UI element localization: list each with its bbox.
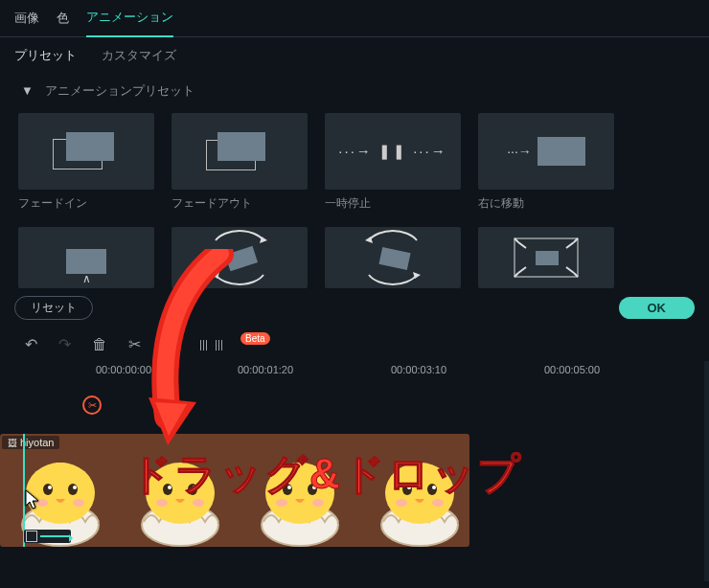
- svg-point-9: [73, 486, 77, 489]
- presets-row: ∧: [0, 227, 709, 288]
- preset-item[interactable]: [478, 227, 614, 288]
- preset-item[interactable]: [325, 227, 461, 288]
- tab-color[interactable]: 色: [57, 0, 69, 36]
- svg-rect-0: [225, 246, 258, 271]
- subtab-preset[interactable]: プリセット: [14, 47, 77, 64]
- animation-indicator: [24, 530, 71, 543]
- settings-icon[interactable]: ⚙: [162, 335, 175, 353]
- time-mark: 00:00:01:20: [238, 364, 293, 375]
- preset-thumb[interactable]: [325, 227, 461, 288]
- svg-point-30: [402, 484, 412, 495]
- scrollbar[interactable]: [704, 361, 709, 581]
- svg-point-6: [43, 484, 53, 495]
- preset-label: フェードイン: [18, 195, 154, 212]
- svg-point-16: [168, 486, 172, 489]
- svg-point-27: [312, 499, 324, 507]
- preset-move-right[interactable]: ···→ 右に移動: [478, 113, 614, 212]
- svg-point-26: [276, 499, 287, 507]
- rotate-icon: [325, 227, 461, 288]
- time-mark: 00:00:00:00: [96, 364, 151, 375]
- timeline[interactable]: ⧉ 🔗 00:00:00:00 00:00:01:20 00:00:03:10 …: [0, 361, 709, 581]
- preset-label: 一時停止: [325, 195, 461, 212]
- svg-point-17: [193, 486, 196, 489]
- split-icon[interactable]: ✂: [128, 335, 141, 353]
- marker-row: ✂: [84, 384, 709, 422]
- preset-label: フェードアウト: [172, 195, 308, 212]
- svg-point-31: [427, 484, 437, 495]
- reset-button[interactable]: リセット: [14, 296, 93, 320]
- svg-rect-3: [536, 251, 559, 265]
- preset-thumb[interactable]: [18, 113, 154, 190]
- svg-point-15: [188, 484, 197, 495]
- preset-thumb[interactable]: ···→ ❚❚ ···→: [325, 113, 461, 190]
- svg-point-21: [265, 463, 334, 524]
- pause-icon: ···→ ❚❚ ···→: [338, 143, 446, 160]
- preset-item[interactable]: ∧: [18, 227, 154, 288]
- svg-point-32: [407, 486, 411, 489]
- arrow-right-icon: ···→: [507, 144, 532, 159]
- svg-point-13: [146, 463, 215, 524]
- svg-point-7: [68, 484, 78, 495]
- svg-point-18: [156, 499, 168, 507]
- svg-point-34: [396, 499, 407, 507]
- svg-point-35: [432, 499, 444, 507]
- cursor-icon: [25, 489, 42, 515]
- disclosure-triangle-icon[interactable]: ▼: [21, 83, 34, 98]
- undo-icon[interactable]: ↶: [25, 335, 37, 353]
- redo-icon[interactable]: ↷: [58, 335, 71, 353]
- timeline-toolbar: ↶ ↷ 🗑 ✂ ⚙ ⫼⫼ Beta: [0, 328, 709, 361]
- preset-pause[interactable]: ···→ ❚❚ ···→ 一時停止: [325, 113, 461, 212]
- zoom-icon: [478, 227, 614, 288]
- beta-badge: Beta: [240, 332, 270, 345]
- up-arrow-icon: ∧: [82, 272, 91, 285]
- section-title: アニメーションプリセット: [45, 83, 194, 98]
- marker-icon[interactable]: ✂: [82, 396, 102, 415]
- svg-point-25: [312, 486, 316, 489]
- svg-point-22: [283, 484, 292, 495]
- sub-tabs: プリセット カスタマイズ: [0, 37, 709, 69]
- preset-thumb[interactable]: [172, 113, 308, 190]
- time-ruler[interactable]: 00:00:00:00 00:00:01:20 00:00:03:10 00:0…: [84, 361, 709, 384]
- ok-button[interactable]: OK: [619, 297, 696, 319]
- svg-point-33: [432, 486, 436, 489]
- preset-thumb[interactable]: ∧: [18, 227, 154, 288]
- section-header[interactable]: ▼ アニメーションプリセット: [0, 69, 709, 113]
- svg-rect-1: [378, 247, 410, 270]
- svg-point-23: [308, 484, 317, 495]
- svg-point-14: [163, 484, 172, 495]
- preset-fade-in[interactable]: フェードイン: [18, 113, 154, 212]
- rotate-icon: [172, 227, 308, 288]
- time-mark: 00:00:05:00: [544, 364, 600, 375]
- delete-icon[interactable]: 🗑: [92, 336, 107, 353]
- subtab-customize[interactable]: カスタマイズ: [102, 47, 176, 64]
- svg-point-19: [193, 499, 204, 507]
- svg-point-29: [385, 463, 454, 524]
- preset-item[interactable]: [172, 227, 308, 288]
- svg-point-8: [48, 486, 52, 489]
- preset-fade-out[interactable]: フェードアウト: [172, 113, 308, 212]
- preset-thumb[interactable]: [172, 227, 308, 288]
- audio-icon[interactable]: ⫼⫼: [196, 336, 227, 353]
- presets-row: フェードイン フェードアウト ···→ ❚❚ ···→ 一時停止 ···→ 右に…: [0, 113, 709, 212]
- panel-footer: リセット OK: [0, 288, 709, 328]
- preset-thumb[interactable]: ···→: [478, 113, 614, 190]
- preset-label: 右に移動: [478, 195, 614, 212]
- video-clip[interactable]: hiyotan: [0, 434, 469, 547]
- time-mark: 00:00:03:10: [391, 364, 446, 375]
- tab-image[interactable]: 画像: [14, 0, 39, 36]
- tab-animation[interactable]: アニメーション: [86, 0, 173, 37]
- preset-thumb[interactable]: [478, 227, 614, 288]
- top-tabs: 画像 色 アニメーション: [0, 0, 709, 37]
- svg-point-11: [73, 499, 84, 507]
- svg-point-24: [287, 486, 291, 489]
